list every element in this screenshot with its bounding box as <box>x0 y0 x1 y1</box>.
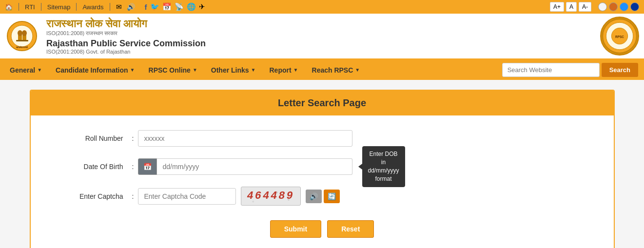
iso-line1: ISO(2001:2008) राजस्थान सरकार <box>46 30 206 37</box>
report-dropdown-icon: ▼ <box>293 67 298 73</box>
form-title: Letter Search Page <box>38 97 607 109</box>
other-dropdown-icon: ▼ <box>251 67 256 73</box>
main-nav: General ▼ Candidate Information ▼ RPSC O… <box>0 60 644 80</box>
submit-button[interactable]: Submit <box>270 220 321 238</box>
mail-icon[interactable]: ✉ <box>116 3 122 11</box>
calendar-icon[interactable]: 📅 <box>162 2 172 11</box>
title-hindi: राजस्थान लोक सेवा आयोग <box>46 18 206 30</box>
nav-candidate-information[interactable]: Candidate Information ▼ <box>49 60 141 80</box>
logo-area: सत्यमेव जयते <box>5 19 39 53</box>
calendar-picker-icon[interactable]: 📅 <box>138 158 157 175</box>
sitemap-label: Sitemap <box>47 3 71 11</box>
top-nav-links: 🏠 RTI Sitemap Awards ✉ 🔊 f 🐦 📅 📡 🌐 ✈ <box>5 2 546 11</box>
color-switchers <box>598 2 639 11</box>
divider3 <box>76 3 77 11</box>
color-white[interactable] <box>598 2 607 11</box>
search-area: Search <box>499 60 641 80</box>
divider2 <box>41 3 41 11</box>
rpsc-dropdown-icon: ▼ <box>193 67 197 73</box>
form-buttons: Submit Reset <box>50 220 594 238</box>
rss-icon[interactable]: 📡 <box>175 2 184 11</box>
font-decrease-btn[interactable]: A- <box>579 2 591 12</box>
dob-colon: : <box>128 163 138 171</box>
header-emblem: RPSC <box>600 17 639 56</box>
twitter-icon[interactable]: 🐦 <box>150 2 159 11</box>
facebook-icon[interactable]: f <box>145 3 147 11</box>
header-text: राजस्थान लोक सेवा आयोग ISO(2001:2008) रा… <box>46 18 206 55</box>
awards-link[interactable]: Awards <box>82 3 103 11</box>
dob-tooltip: Enter DOB in dd/mm/yyyy format <box>362 146 405 187</box>
form-body: Roll Number : Date Of Birth : 📅 Enter DO… <box>31 115 614 248</box>
sitemap-link[interactable]: Sitemap <box>47 3 71 11</box>
captcha-refresh-btn[interactable]: 🔄 <box>324 190 340 203</box>
svg-text:सत्यमेव जयते: सत्यमेव जयते <box>15 46 28 49</box>
roll-number-row: Roll Number : <box>50 130 594 147</box>
reset-button[interactable]: Reset <box>327 220 374 238</box>
nav-reach-label: Reach RPSC <box>312 66 353 74</box>
rti-link[interactable]: RTI <box>25 3 35 11</box>
tooltip-line2: in <box>381 159 386 166</box>
font-increase-btn[interactable]: A+ <box>550 2 564 12</box>
captcha-colon: : <box>128 192 138 200</box>
nav-rpsc-label: RPSC Online <box>149 66 191 74</box>
nav-general-label: General <box>10 66 35 74</box>
form-container: Letter Search Page Roll Number : Date Of… <box>30 90 615 248</box>
dob-label: Date Of Birth <box>50 163 128 171</box>
social-icons: f 🐦 📅 📡 🌐 ✈ <box>145 2 205 11</box>
iso-line2: ISO(2001:2008) Govt. of Rajasthan <box>46 49 206 55</box>
nav-report[interactable]: Report ▼ <box>262 60 305 80</box>
nav-rpsc-online[interactable]: RPSC Online ▼ <box>142 60 204 80</box>
svg-point-4 <box>18 30 22 36</box>
dob-row: Date Of Birth : 📅 Enter DOB in dd/mm/yyy… <box>50 158 594 175</box>
form-header: Letter Search Page <box>31 91 614 115</box>
nav-other-label: Other Links <box>211 66 249 74</box>
top-nav-bar: 🏠 RTI Sitemap Awards ✉ 🔊 f 🐦 📅 📡 🌐 ✈ A+ … <box>0 0 644 14</box>
nav-report-label: Report <box>269 66 291 74</box>
captcha-label: Enter Captcha <box>50 192 128 200</box>
site-header: सत्यमेव जयते राजस्थान लोक सेवा आयोग ISO(… <box>0 14 644 60</box>
reach-dropdown-icon: ▼ <box>355 67 360 73</box>
divider <box>19 3 19 11</box>
color-darkblue[interactable] <box>630 2 639 11</box>
font-normal-btn[interactable]: A <box>566 2 577 12</box>
captcha-input[interactable] <box>138 188 236 205</box>
captcha-action-icons: 🔊 🔄 <box>306 190 340 203</box>
rpsc-emblem: RPSC <box>600 17 639 56</box>
svg-rect-6 <box>16 40 28 41</box>
title-english: Rajasthan Public Service Commission <box>46 38 206 49</box>
captcha-controls: 464489 🔊 🔄 <box>138 187 340 206</box>
tooltip-line4: format <box>375 175 392 182</box>
svg-text:RPSC: RPSC <box>615 35 624 38</box>
candidate-dropdown-icon: ▼ <box>130 67 135 73</box>
nav-general[interactable]: General ▼ <box>3 60 49 80</box>
nav-other-links[interactable]: Other Links ▼ <box>204 60 263 80</box>
dob-input[interactable] <box>157 158 352 175</box>
page-content: Letter Search Page Roll Number : Date Of… <box>0 80 644 248</box>
roll-number-input[interactable] <box>138 130 352 147</box>
rti-label: RTI <box>25 3 35 11</box>
globe-icon[interactable]: 🌐 <box>187 2 196 11</box>
search-input[interactable] <box>502 63 600 77</box>
captcha-image: 464489 <box>241 187 301 206</box>
dob-wrapper: 📅 <box>138 158 352 175</box>
ashoka-emblem-icon: सत्यमेव जयते <box>6 20 38 52</box>
home-icon: 🏠 <box>5 3 13 11</box>
divider4 <box>110 3 110 11</box>
roll-number-label: Roll Number <box>50 134 128 142</box>
svg-point-5 <box>22 30 27 36</box>
awards-label: Awards <box>82 3 103 11</box>
share-icon[interactable]: ✈ <box>199 2 205 11</box>
search-button[interactable]: Search <box>602 63 638 77</box>
captcha-audio-btn[interactable]: 🔊 <box>306 190 322 203</box>
home-link[interactable]: 🏠 <box>5 3 13 11</box>
tooltip-line1: Enter DOB <box>369 151 397 157</box>
tooltip-line3: dd/mm/yyyy <box>368 167 399 174</box>
nav-reach-rpsc[interactable]: Reach RPSC ▼ <box>305 60 367 80</box>
speaker-icon[interactable]: 🔊 <box>127 3 135 11</box>
font-controls: A+ A A- <box>550 2 591 12</box>
color-blue[interactable] <box>620 2 628 11</box>
color-brown[interactable] <box>609 2 618 11</box>
general-dropdown-icon: ▼ <box>37 67 42 73</box>
nav-candidate-label: Candidate Information <box>56 66 128 74</box>
captcha-row: Enter Captcha : 464489 🔊 🔄 <box>50 187 594 206</box>
